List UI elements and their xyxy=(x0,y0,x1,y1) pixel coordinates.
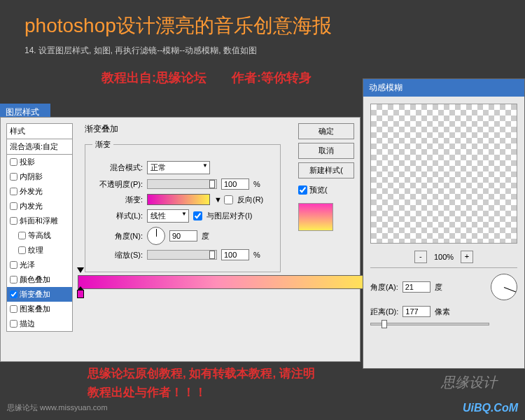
angle-dial[interactable] xyxy=(147,227,165,245)
checkbox[interactable] xyxy=(10,173,18,181)
small-preview xyxy=(298,203,333,231)
style-item-gradient-overlay[interactable]: 渐变叠加 xyxy=(7,287,72,302)
style-item-bevel[interactable]: 斜面和浮雕 xyxy=(7,214,72,228)
blend-options[interactable]: 混合选项:自定 xyxy=(7,139,72,155)
gradient-fieldset: 渐变 混合模式: 正常 不透明度(P): % 渐变: ▼ 反向(R) 样式(L)… xyxy=(85,139,281,272)
motion-blur-preview xyxy=(370,104,517,244)
zoom-out-button[interactable]: - xyxy=(414,251,427,263)
style-item-stroke[interactable]: 描边 xyxy=(7,316,72,331)
motion-blur-title: 动感模糊 xyxy=(363,79,524,97)
checkbox[interactable] xyxy=(18,246,26,254)
style-item-outer-glow[interactable]: 外发光 xyxy=(7,184,72,199)
mb-angle-dial[interactable] xyxy=(491,274,517,300)
checkbox[interactable] xyxy=(10,217,18,225)
checkbox[interactable] xyxy=(10,305,18,313)
style-item-inner-shadow[interactable]: 内阴影 xyxy=(7,169,72,184)
bottom-url: 思缘论坛 www.missyuan.com xyxy=(7,402,108,413)
angle-label: 角度(N): xyxy=(92,231,143,241)
opacity-stop-left[interactable] xyxy=(77,267,84,274)
footer-note: 思缘论坛原创教程, 如有转载本教程, 请注明 教程出处与作者！！！ xyxy=(88,364,315,402)
style-item-color-overlay[interactable]: 颜色叠加 xyxy=(7,272,72,287)
preview-check[interactable]: 预览( xyxy=(298,185,354,195)
gradient-label: 渐变: xyxy=(92,195,143,205)
cancel-button[interactable]: 取消 xyxy=(298,143,354,159)
checkbox[interactable] xyxy=(10,290,18,298)
style-item-texture[interactable]: 纹理 xyxy=(7,243,72,258)
mb-distance-label: 距离(D): xyxy=(370,307,398,317)
new-style-button[interactable]: 新建样式( xyxy=(298,162,354,178)
mb-distance-input[interactable] xyxy=(402,306,430,317)
style-item-drop-shadow[interactable]: 投影 xyxy=(7,155,72,169)
checkbox[interactable] xyxy=(10,320,18,328)
style-item-inner-glow[interactable]: 内发光 xyxy=(7,199,72,214)
scale-label: 缩放(S): xyxy=(92,250,143,260)
gradient-track[interactable] xyxy=(78,275,386,289)
checkbox[interactable] xyxy=(10,188,18,195)
ok-button[interactable]: 确定 xyxy=(298,123,354,139)
zoom-level: 100% xyxy=(434,253,454,261)
gradient-overlay-panel: 渐变叠加 渐变 混合模式: 正常 不透明度(P): % 渐变: ▼ 反向(R) xyxy=(85,123,281,272)
page-title: photoshop设计漂亮的音乐创意海报 xyxy=(0,0,525,45)
motion-blur-dialog: 动感模糊 - 100% + 角度(A): 度 距离(D): 像素 xyxy=(363,78,525,369)
gradient-preview[interactable] xyxy=(147,194,210,205)
style-item-satin[interactable]: 光泽 xyxy=(7,258,72,272)
checkbox[interactable] xyxy=(10,276,18,284)
step-subtitle: 14. 设置图层样式, 如图, 再执行滤镜--模糊--动感模糊, 数值如图 xyxy=(0,45,525,57)
layer-style-dialog: 样式 混合选项:自定 投影 内阴影 外发光 内发光 斜面和浮雕 等高线 纹理 光… xyxy=(0,117,360,362)
blend-mode-select[interactable]: 正常 xyxy=(147,161,210,174)
angle-input[interactable] xyxy=(169,230,197,241)
style-item-pattern-overlay[interactable]: 图案叠加 xyxy=(7,302,72,316)
align-checkbox[interactable] xyxy=(193,211,202,220)
panel-title: 渐变叠加 xyxy=(85,123,281,135)
align-label: 与图层对齐(I) xyxy=(206,211,252,221)
checkbox[interactable] xyxy=(18,232,26,239)
mb-distance-slider[interactable] xyxy=(370,323,489,326)
scale-slider[interactable] xyxy=(147,250,217,260)
watermark: UiBQ.CoM xyxy=(463,402,518,414)
opacity-slider[interactable] xyxy=(147,179,217,189)
reverse-label: 反向(R) xyxy=(237,195,263,205)
styles-header: 样式 xyxy=(7,124,72,139)
reverse-checkbox[interactable] xyxy=(224,195,233,204)
opacity-label: 不透明度(P): xyxy=(92,179,143,190)
mb-angle-input[interactable] xyxy=(402,281,430,293)
corner-logo: 思缘设计 xyxy=(441,373,497,392)
opacity-input[interactable] xyxy=(221,178,249,190)
checkbox[interactable] xyxy=(298,186,307,195)
zoom-in-button[interactable]: + xyxy=(461,251,473,263)
style-select[interactable]: 线性 xyxy=(147,209,189,223)
mb-angle-label: 角度(A): xyxy=(370,282,398,293)
blend-mode-label: 混合模式: xyxy=(92,162,143,173)
gradient-editor[interactable] xyxy=(78,275,386,289)
fieldset-legend: 渐变 xyxy=(92,139,113,150)
scale-input[interactable] xyxy=(221,249,249,260)
color-stop-left[interactable] xyxy=(77,290,84,298)
styles-list: 样式 混合选项:自定 投影 内阴影 外发光 内发光 斜面和浮雕 等高线 纹理 光… xyxy=(6,123,73,332)
checkbox[interactable] xyxy=(10,158,18,166)
style-item-contour[interactable]: 等高线 xyxy=(7,228,72,243)
button-column: 确定 取消 新建样式( 预览( xyxy=(298,123,354,231)
style-label: 样式(L): xyxy=(92,211,143,221)
checkbox[interactable] xyxy=(10,202,18,210)
checkbox[interactable] xyxy=(10,261,18,269)
